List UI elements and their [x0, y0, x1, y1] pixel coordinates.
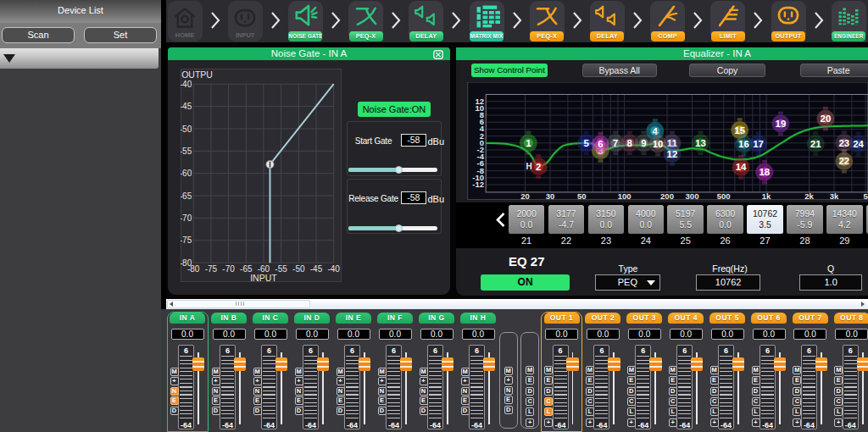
- svg-text:1: 1: [526, 138, 531, 148]
- svg-text:12: 12: [475, 97, 484, 106]
- svg-text:300: 300: [686, 191, 699, 201]
- svg-text:2: 2: [536, 162, 541, 172]
- svg-text:18: 18: [759, 167, 770, 177]
- svg-text:20: 20: [520, 191, 530, 201]
- svg-text:8: 8: [626, 138, 632, 148]
- svg-text:H: H: [526, 162, 531, 171]
- svg-text:100: 100: [618, 191, 632, 201]
- svg-text:2k: 2k: [804, 191, 814, 201]
- svg-text:9: 9: [641, 138, 646, 148]
- svg-text:-60: -60: [181, 169, 192, 178]
- svg-text:50: 50: [577, 191, 587, 201]
- svg-text:-75: -75: [205, 264, 218, 274]
- svg-text:INPUT: INPUT: [250, 273, 277, 282]
- svg-text:24: 24: [853, 139, 864, 149]
- svg-text:OUTPU: OUTPU: [181, 69, 213, 80]
- svg-text:3k: 3k: [830, 191, 839, 201]
- svg-text:14: 14: [736, 162, 747, 172]
- svg-text:200: 200: [660, 191, 674, 201]
- svg-text:19: 19: [776, 119, 787, 129]
- svg-text:10: 10: [653, 139, 664, 149]
- svg-text:22: 22: [838, 156, 849, 166]
- svg-text:13: 13: [695, 138, 706, 148]
- svg-text:6: 6: [598, 139, 603, 149]
- svg-text:-70: -70: [181, 213, 192, 223]
- svg-text:-75: -75: [181, 235, 192, 245]
- svg-text:5: 5: [864, 191, 868, 201]
- svg-text:16: 16: [738, 139, 749, 149]
- svg-text:-70: -70: [222, 264, 235, 274]
- svg-text:-65: -65: [181, 191, 192, 201]
- svg-text:-45: -45: [310, 264, 323, 274]
- svg-text:30: 30: [546, 191, 555, 201]
- svg-text:-45: -45: [181, 102, 192, 111]
- svg-text:-50: -50: [292, 264, 305, 274]
- svg-text:20: 20: [821, 114, 832, 124]
- svg-text:-40: -40: [327, 264, 340, 274]
- svg-text:7: 7: [613, 138, 618, 148]
- svg-text:23: 23: [838, 138, 849, 148]
- svg-text:-40: -40: [181, 80, 192, 89]
- svg-text:17: 17: [753, 139, 764, 149]
- svg-text:12: 12: [667, 149, 678, 159]
- svg-text:5: 5: [583, 138, 589, 148]
- svg-text:-55: -55: [181, 147, 192, 156]
- svg-text:1k: 1k: [762, 191, 771, 201]
- svg-text:21: 21: [810, 139, 821, 149]
- svg-text:500: 500: [717, 191, 731, 201]
- svg-text:-80: -80: [187, 264, 200, 274]
- svg-text:-50: -50: [181, 125, 192, 134]
